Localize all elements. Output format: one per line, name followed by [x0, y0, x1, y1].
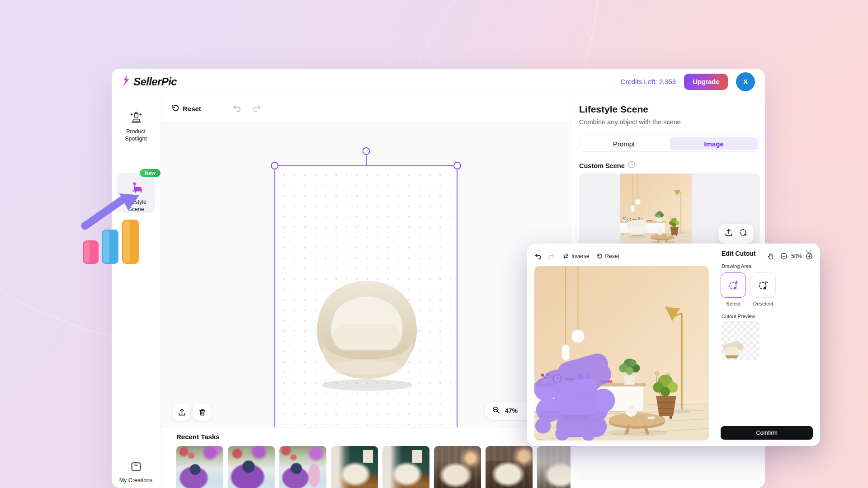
scene-actions	[718, 224, 754, 244]
delete-button[interactable]	[193, 404, 211, 421]
custom-scene-image[interactable]	[620, 174, 692, 244]
deselect-lasso-icon	[757, 279, 769, 291]
recent-tasks-list	[160, 441, 571, 488]
reset-icon	[171, 104, 179, 114]
product-spotlight-icon	[129, 111, 143, 126]
mask-reset-button[interactable]: Reset	[596, 253, 619, 259]
select-tool-button[interactable]	[721, 272, 746, 298]
inverse-label: Inverse	[571, 253, 589, 259]
zoom-level: 47%	[505, 407, 518, 414]
inverse-icon	[562, 253, 569, 259]
rotate-handle-stem	[366, 155, 367, 166]
sidebar-item-product-spotlight[interactable]: Product Spotlight	[112, 111, 160, 142]
sidebar-item-label: Product Spotlight	[125, 128, 147, 142]
brand-name: SellerPic	[133, 75, 177, 88]
lasso-select-icon[interactable]	[739, 228, 748, 239]
cutout-editing-canvas[interactable]	[534, 266, 709, 441]
undo-icon[interactable]	[232, 104, 242, 114]
sidebar-item-label: My Creations	[119, 477, 153, 484]
close-icon[interactable]	[805, 249, 812, 258]
deselect-tool-button[interactable]	[750, 272, 776, 298]
task-thumbnail-armchair-dark-room-2[interactable]	[486, 446, 533, 488]
undo-icon[interactable]	[534, 253, 542, 259]
reset-button[interactable]: Reset	[171, 104, 201, 114]
confirm-button[interactable]: Comfirm	[721, 426, 813, 440]
edit-cutout-modal: Inverse Reset 50%	[527, 244, 820, 446]
recent-tasks-section: Recent Tasks View All	[160, 427, 571, 488]
select-label: Select	[721, 301, 746, 306]
new-badge: New	[140, 169, 160, 177]
sidebar-item-label: Lifestyle Scene	[126, 199, 146, 213]
task-thumbnail-armchair-gray-room[interactable]	[537, 446, 571, 488]
upload-icon[interactable]	[724, 228, 733, 239]
cutout-preview-label: Cutout Preview	[722, 314, 755, 319]
panel-title: Lifestyle Scene	[579, 104, 648, 115]
task-thumbnail-purple-mug-blueberries-2[interactable]	[228, 446, 275, 488]
sidebar-item-lifestyle-scene[interactable]: New Lifestyle Scene	[117, 173, 155, 213]
task-thumbnail-armchair-dark-room-1[interactable]	[434, 446, 481, 488]
pan-hand-icon[interactable]	[767, 253, 774, 260]
my-creations-box-icon	[130, 461, 142, 474]
tab-image[interactable]: Image	[670, 137, 758, 150]
help-icon[interactable]: ?	[628, 161, 636, 170]
tab-prompt[interactable]: Prompt	[580, 136, 668, 151]
sidebar-item-my-creations[interactable]: My Creations	[112, 461, 160, 484]
deselect-label: Deselect	[750, 301, 776, 306]
editor-main-area: Reset	[160, 95, 571, 488]
header: SellerPic Credits Left: 2,353 Upgrade X	[112, 69, 765, 95]
rotate-handle[interactable]	[362, 147, 370, 155]
mode-tabs: Prompt Image	[579, 136, 760, 152]
avatar[interactable]: X	[736, 72, 755, 91]
upgrade-button[interactable]: Upgrade	[684, 74, 728, 90]
task-thumbnail-purple-mug-blueberries-3[interactable]	[279, 446, 326, 488]
task-thumbnail-purple-mug-blueberries-1[interactable]	[176, 446, 223, 488]
redo-icon[interactable]	[252, 104, 262, 114]
redo-icon[interactable]	[547, 253, 555, 259]
zoom-out-icon[interactable]	[492, 406, 500, 416]
zoom-out-icon[interactable]	[780, 253, 788, 260]
mask-zoom-level: 50%	[791, 253, 802, 259]
select-lasso-icon	[727, 279, 739, 291]
upload-icon	[178, 408, 186, 417]
brand-logo[interactable]: SellerPic	[122, 75, 177, 89]
lifestyle-scene-icon	[129, 181, 143, 197]
reset-label: Reset	[605, 253, 619, 259]
reset-icon	[596, 253, 603, 259]
lightning-bolt-icon	[122, 75, 130, 89]
inverse-button[interactable]: Inverse	[562, 253, 589, 259]
trash-icon	[198, 408, 207, 417]
resize-handle-top-left[interactable]	[271, 162, 278, 169]
resize-handle-top-right[interactable]	[453, 162, 461, 169]
cutout-preview-thumbnail	[721, 321, 760, 360]
sidebar: Product Spotlight New Lifestyle Scene	[112, 95, 160, 488]
custom-scene-label: Custom Scene	[579, 162, 625, 169]
task-thumbnail-armchair-green-room-2[interactable]	[382, 446, 429, 488]
upload-button[interactable]	[173, 404, 190, 421]
panel-section-card	[579, 477, 760, 488]
panel-subtitle: Combine any object with the scene	[579, 118, 681, 126]
drawing-area-label: Drawing Area	[722, 263, 751, 269]
reset-label: Reset	[183, 105, 201, 113]
editor-canvas[interactable]: 47%	[160, 123, 571, 427]
credits-left-text: Credits Left: 2,353	[621, 78, 676, 85]
canvas-toolbar: Reset	[160, 95, 571, 123]
svg-text:?: ?	[631, 163, 633, 167]
selection-bounding-box[interactable]	[274, 165, 458, 441]
modal-title: Edit Cutout	[722, 250, 755, 257]
product-image-armchair[interactable]	[296, 257, 438, 401]
recent-tasks-title: Recent Tasks	[176, 433, 220, 441]
task-thumbnail-armchair-green-room-1[interactable]	[331, 446, 378, 488]
